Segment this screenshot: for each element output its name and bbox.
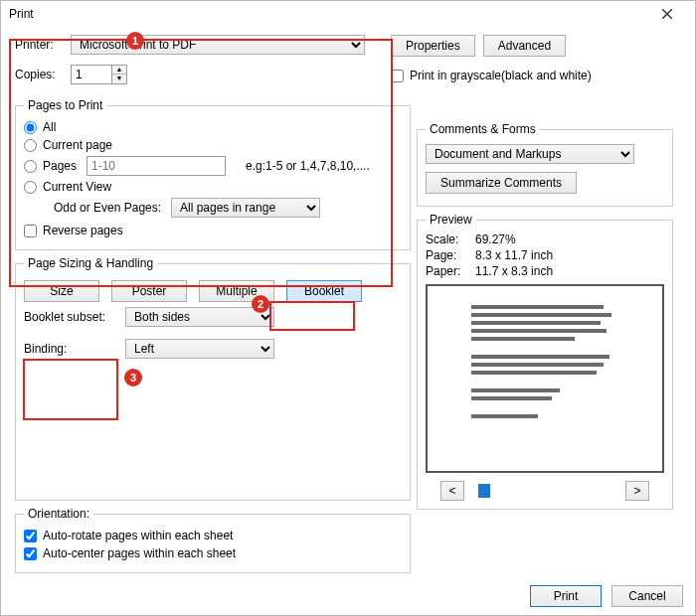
annotation-badge-3: 3 — [124, 369, 142, 386]
dialog-footer: Print Cancel — [530, 585, 683, 607]
close-icon — [662, 9, 672, 19]
reverse-label: Reverse pages — [43, 224, 123, 237]
page-value: 8.3 x 11.7 inch — [475, 248, 553, 262]
properties-button[interactable]: Properties — [391, 35, 475, 57]
size-button[interactable]: Size — [24, 280, 99, 302]
odd-even-label: Odd or Even Pages: — [54, 201, 171, 215]
scale-label: Scale: — [426, 232, 475, 246]
sizing-handling-group: Page Sizing & Handling Size Poster Multi… — [15, 256, 411, 501]
pages-legend: Pages to Print — [24, 98, 106, 112]
page-range-input[interactable] — [87, 156, 226, 176]
page-range-hint: e.g:1-5 or 1,4,7,8,10,.... — [246, 159, 370, 173]
comments-legend: Comments & Forms — [426, 122, 540, 136]
radio-current[interactable] — [24, 139, 37, 152]
page-label: Page: — [426, 248, 475, 262]
printer-label: Printer: — [15, 38, 65, 52]
print-dialog: Print Printer: Microsoft Print to PDF Co… — [0, 0, 696, 616]
radio-range[interactable] — [24, 160, 37, 173]
comments-select[interactable]: Document and Markups — [426, 144, 634, 164]
copies-input[interactable] — [71, 65, 112, 84]
radio-all[interactable] — [24, 121, 37, 134]
preview-legend: Preview — [426, 213, 476, 227]
cancel-button[interactable]: Cancel — [611, 585, 683, 607]
poster-button[interactable]: Poster — [111, 280, 187, 302]
chevron-right-icon: > — [633, 484, 640, 498]
paper-label: Paper: — [426, 264, 475, 278]
preview-slider[interactable] — [470, 486, 619, 496]
reverse-checkbox[interactable] — [24, 225, 37, 237]
binding-label: Binding: — [24, 342, 125, 356]
annotation-badge-2: 2 — [252, 295, 269, 313]
auto-rotate-checkbox[interactable] — [24, 530, 37, 542]
copies-spinner[interactable]: ▲▼ — [71, 65, 127, 84]
auto-center-label: Auto-center pages within each sheet — [43, 546, 236, 560]
pages-to-print-group: Pages to Print All Current page Pages e.… — [15, 98, 411, 250]
right-column: Comments & Forms Document and Markups Su… — [417, 114, 673, 510]
odd-even-select[interactable]: All pages in range — [171, 198, 320, 218]
comments-forms-group: Comments & Forms Document and Markups Su… — [417, 122, 673, 207]
booklet-button[interactable]: Booklet — [286, 280, 362, 302]
preview-canvas — [426, 284, 664, 473]
preview-prev-button[interactable]: < — [440, 481, 464, 501]
radio-current-view[interactable] — [24, 181, 37, 194]
orientation-group: Orientation: Auto-rotate pages within ea… — [15, 507, 411, 573]
booklet-subset-label: Booklet subset: — [24, 310, 125, 324]
slider-thumb[interactable] — [478, 484, 490, 498]
auto-center-checkbox[interactable] — [24, 547, 37, 560]
booklet-subset-select[interactable]: Both sides — [125, 307, 274, 327]
preview-group: Preview Scale:69.27% Page:8.3 x 11.7 inc… — [417, 213, 673, 510]
print-button[interactable]: Print — [530, 585, 602, 607]
copies-label: Copies: — [15, 68, 65, 81]
auto-rotate-label: Auto-rotate pages within each sheet — [43, 529, 233, 542]
orientation-legend: Orientation: — [24, 507, 93, 521]
advanced-button[interactable]: Advanced — [483, 35, 566, 57]
close-button[interactable] — [647, 1, 687, 27]
grayscale-label: Print in grayscale(black and white) — [410, 69, 592, 82]
preview-page — [465, 299, 624, 458]
annotation-badge-1: 1 — [126, 32, 144, 50]
radio-all-label: All — [43, 120, 56, 134]
spinner-buttons[interactable]: ▲▼ — [112, 65, 127, 84]
chevron-left-icon: < — [448, 484, 455, 498]
radio-range-label: Pages — [43, 159, 87, 173]
preview-next-button[interactable]: > — [625, 481, 649, 501]
printer-select[interactable]: Microsoft Print to PDF — [71, 35, 365, 55]
binding-select[interactable]: Left — [125, 339, 274, 359]
grayscale-checkbox[interactable] — [391, 70, 404, 82]
radio-current-label: Current page — [43, 138, 112, 152]
scale-value: 69.27% — [475, 232, 516, 246]
radio-current-view-label: Current View — [43, 180, 111, 194]
titlebar: Print — [1, 1, 695, 27]
window-title: Print — [9, 1, 34, 27]
paper-value: 11.7 x 8.3 inch — [475, 264, 553, 278]
handling-legend: Page Sizing & Handling — [24, 256, 157, 270]
summarize-button[interactable]: Summarize Comments — [426, 172, 577, 194]
left-column: Printer: Microsoft Print to PDF Copies: … — [15, 35, 411, 573]
